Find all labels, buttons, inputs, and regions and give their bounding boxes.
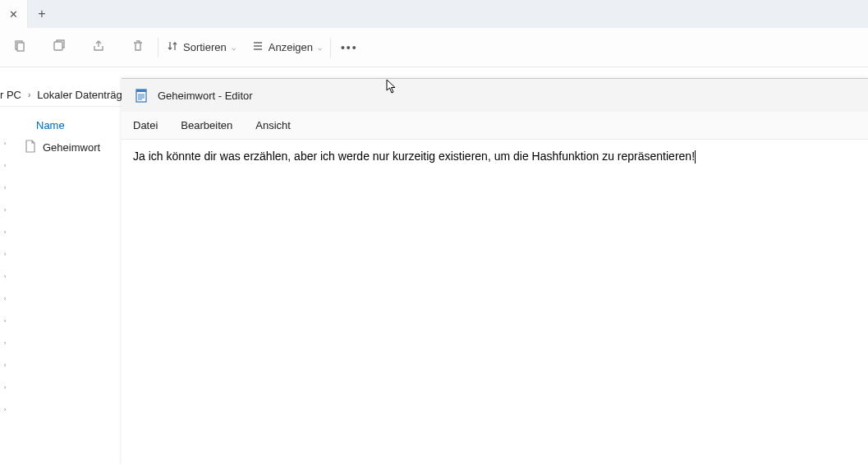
tree-sidebar: › › › › › › › › › › › › › — [0, 107, 10, 465]
breadcrumb-item[interactable]: Lokaler Datenträger — [37, 89, 131, 101]
copy-icon — [53, 39, 66, 55]
delete-button[interactable] — [118, 28, 158, 67]
share-button[interactable] — [79, 28, 118, 67]
breadcrumb-item[interactable]: r PC — [0, 89, 21, 101]
notepad-window: Geheimwort - Editor Datei Bearbeiten Ans… — [122, 78, 868, 465]
view-dropdown[interactable]: Anzeigen ⌵ — [244, 28, 330, 67]
new-item-icon — [13, 39, 26, 55]
svg-rect-1 — [17, 43, 24, 51]
tree-caret-icon[interactable]: › — [4, 273, 7, 280]
tree-caret-icon[interactable]: › — [4, 206, 7, 214]
tab-close-button[interactable]: ✕ — [0, 0, 28, 28]
share-icon — [92, 39, 105, 55]
notepad-titlebar[interactable]: Geheimwort - Editor — [122, 79, 868, 112]
notepad-title: Geheimwort - Editor — [158, 90, 253, 102]
text-caret — [695, 150, 696, 163]
svg-rect-4 — [136, 90, 146, 92]
menu-edit[interactable]: Bearbeiten — [177, 116, 236, 135]
notepad-content: Ja ich könnte dir was erzählen, aber ich… — [133, 150, 695, 163]
sort-icon — [167, 40, 178, 54]
view-label: Anzeigen — [269, 41, 313, 53]
tree-caret-icon[interactable]: › — [4, 339, 7, 347]
copy-button[interactable] — [39, 28, 79, 67]
tree-caret-icon[interactable]: › — [4, 140, 7, 147]
notepad-menu: Datei Bearbeiten Ansicht — [122, 112, 868, 140]
tab-bar: ✕ + — [0, 0, 868, 28]
new-item-button[interactable] — [0, 28, 39, 67]
notepad-icon — [135, 87, 148, 104]
sort-label: Sortieren — [183, 41, 227, 53]
tree-caret-icon[interactable]: › — [4, 295, 7, 302]
tree-caret-icon[interactable]: › — [4, 317, 7, 325]
sort-dropdown[interactable]: Sortieren ⌵ — [158, 28, 244, 67]
tree-caret-icon[interactable]: › — [4, 406, 7, 413]
plus-icon: + — [38, 7, 45, 21]
tree-caret-icon[interactable]: › — [4, 251, 7, 258]
chevron-down-icon: ⌵ — [318, 44, 322, 52]
file-name: Geheimwort — [43, 141, 100, 154]
chevron-right-icon: › — [28, 90, 30, 99]
tree-caret-icon[interactable]: › — [4, 184, 7, 191]
tree-caret-icon[interactable]: › — [4, 162, 7, 169]
file-icon — [25, 140, 36, 155]
view-icon — [252, 40, 264, 54]
tree-caret-icon[interactable]: › — [4, 384, 7, 391]
notepad-text-area[interactable]: Ja ich könnte dir was erzählen, aber ich… — [122, 140, 868, 465]
menu-file[interactable]: Datei — [130, 116, 161, 135]
svg-rect-2 — [54, 42, 62, 50]
more-icon: ••• — [341, 41, 358, 54]
close-icon: ✕ — [9, 9, 18, 20]
more-button[interactable]: ••• — [331, 28, 368, 67]
toolbar: Sortieren ⌵ Anzeigen ⌵ ••• — [0, 28, 868, 67]
new-tab-button[interactable]: + — [28, 0, 56, 28]
trash-icon — [131, 39, 145, 55]
menu-view[interactable]: Ansicht — [252, 116, 294, 135]
tree-caret-icon[interactable]: › — [4, 228, 7, 236]
tree-caret-icon[interactable]: › — [4, 361, 7, 369]
chevron-down-icon: ⌵ — [232, 44, 236, 52]
